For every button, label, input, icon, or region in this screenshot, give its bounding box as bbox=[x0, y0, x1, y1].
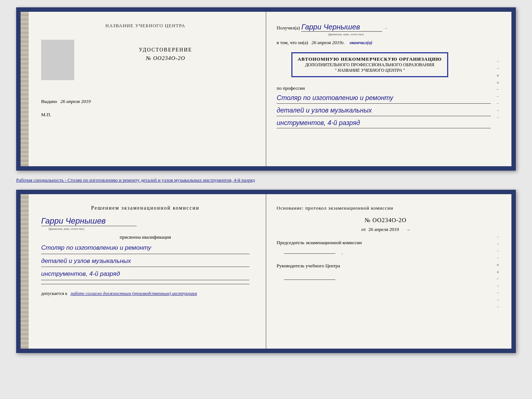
recipient-name-top: Гарри Чернышев bbox=[301, 23, 382, 32]
bottom-document-pair: Решением экзаменационной комиссии Гарри … bbox=[16, 190, 516, 353]
recipient-prefix: Получил(а) bbox=[277, 25, 300, 31]
protocol-date-line: от 26 апреля 2019 – bbox=[277, 227, 495, 232]
protocol-date-prefix: от bbox=[362, 227, 366, 232]
profession-line3: инструментов, 4-й разряд bbox=[277, 118, 491, 129]
issued-prefix: Выдано bbox=[41, 99, 57, 104]
finished-label: окончил(а) bbox=[349, 40, 372, 45]
spine-decoration-left bbox=[21, 12, 29, 166]
protocol-date: 26 апреля 2019 bbox=[369, 227, 399, 232]
access-prefix: допускается к bbox=[41, 291, 67, 296]
dash-separator: – bbox=[385, 26, 387, 30]
specialty-text: Рабочая специальность - Столяр по изгото… bbox=[16, 177, 255, 183]
specialty-bar: Рабочая специальность - Столяр по изгото… bbox=[16, 177, 516, 183]
chairman-sig-line bbox=[284, 253, 335, 254]
issued-line: Выдано 26 апреля 2019 bbox=[41, 99, 249, 104]
stamp-line1: АВТОНОМНУЮ НЕКОММЕРЧЕСКУЮ ОРГАНИЗАЦИЮ bbox=[298, 56, 442, 62]
profession-line1: Столяр по изготовлению и ремонту bbox=[277, 93, 491, 104]
qualification-label: присвоена квалификация bbox=[41, 234, 249, 240]
commission-title: Решением экзаменационной комиссии bbox=[41, 205, 249, 211]
basis-title: Основание: протокол экзаменационной коми… bbox=[277, 205, 495, 211]
bottom-right-page: Основание: протокол экзаменационной коми… bbox=[266, 194, 511, 349]
chairman-label: Председатель экзаменационной комиссии bbox=[277, 240, 495, 246]
person-name-bottom: Гарри Чернышев bbox=[41, 216, 137, 226]
qual-line1: Столяр по изготовлению и ремонту bbox=[41, 242, 249, 254]
stamp-container: АВТОНОМНУЮ НЕКОММЕРЧЕСКУЮ ОРГАНИЗАЦИЮ ДО… bbox=[277, 49, 491, 80]
bottom-left-content: Решением экзаменационной комиссии Гарри … bbox=[41, 205, 249, 296]
top-left-page: НАЗВАНИЕ УЧЕБНОГО ЦЕНТРА УДОСТОВЕРЕНИЕ №… bbox=[21, 12, 266, 166]
right-side-marks-top: – – и а ← – – – – bbox=[495, 23, 501, 155]
cert-label: УДОСТОВЕРЕНИЕ bbox=[82, 47, 249, 53]
profession-label: по профессии bbox=[277, 85, 491, 91]
stamp-line3: " НАЗВАНИЕ УЧЕБНОГО ЦЕНТРА " bbox=[298, 68, 442, 73]
access-text: работе согласно должностным (производств… bbox=[71, 291, 197, 296]
qual-line3: инструментов, 4-й разряд bbox=[41, 268, 249, 280]
right-side-marks-bottom: – – – – и а ← – – – – bbox=[495, 205, 501, 338]
qual-line2: деталей и узлов музыкальных bbox=[41, 256, 249, 267]
bottom-right-content: Основание: протокол экзаменационной коми… bbox=[277, 205, 495, 338]
profession-block: по профессии Столяр по изготовлению и ре… bbox=[277, 85, 491, 128]
tom-prefix: в том, что он(а) bbox=[277, 40, 308, 45]
head-label: Руководитель учебного Центра bbox=[277, 263, 495, 269]
profession-line2: деталей и узлов музыкальных bbox=[277, 105, 491, 116]
chairman-block: Председатель экзаменационной комиссии – bbox=[277, 240, 495, 256]
photo-placeholder bbox=[41, 40, 74, 80]
tom-line-block: в том, что он(а) 26 апреля 2019г. окончи… bbox=[277, 40, 491, 46]
top-left-content: НАЗВАНИЕ УЧЕБНОГО ЦЕНТРА УДОСТОВЕРЕНИЕ №… bbox=[41, 23, 249, 118]
spine-decoration-left-bottom bbox=[21, 194, 29, 349]
top-right-content: Получил(а) Гарри Чернышев – (фамилия, им… bbox=[277, 23, 495, 155]
tom-date: 26 апреля 2019г. bbox=[312, 40, 345, 45]
qualification-text: Столяр по изготовлению и ремонту деталей… bbox=[41, 242, 249, 280]
fio-hint-top: (фамилия, имя, отчество) bbox=[328, 32, 491, 36]
date-dash: – bbox=[407, 227, 410, 232]
fio-hint-bottom: (фамилия, имя, отчество) bbox=[48, 227, 249, 231]
top-document-pair: НАЗВАНИЕ УЧЕБНОГО ЦЕНТРА УДОСТОВЕРЕНИЕ №… bbox=[16, 7, 516, 171]
head-sig-line bbox=[284, 279, 335, 280]
recipient-block: Получил(а) Гарри Чернышев – (фамилия, им… bbox=[277, 23, 491, 36]
issued-date: 26 апреля 2019 bbox=[61, 99, 91, 104]
cert-number-top: № OO234O-2O bbox=[82, 55, 249, 61]
top-right-page: Получил(а) Гарри Чернышев – (фамилия, им… bbox=[266, 12, 511, 166]
bottom-left-page: Решением экзаменационной комиссии Гарри … bbox=[21, 194, 266, 349]
head-sig-area bbox=[280, 275, 495, 281]
chairman-sig-area: – bbox=[280, 252, 495, 256]
stamp-line2: ДОПОЛНИТЕЛЬНОГО ПРОФЕССИОНАЛЬНОГО ОБРАЗО… bbox=[298, 62, 442, 68]
mp-label: М.П. bbox=[41, 112, 249, 118]
protocol-number: № OO234O-2O bbox=[277, 217, 495, 224]
access-line: допускается к работе согласно должностны… bbox=[41, 291, 249, 296]
stamp-box: АВТОНОМНУЮ НЕКОММЕРЧЕСКУЮ ОРГАНИЗАЦИЮ ДО… bbox=[291, 52, 448, 77]
person-block-bottom: Гарри Чернышев (фамилия, имя, отчество) bbox=[41, 216, 249, 231]
head-block: Руководитель учебного Центра bbox=[277, 263, 495, 281]
org-name-top: НАЗВАНИЕ УЧЕБНОГО ЦЕНТРА bbox=[41, 23, 249, 29]
profession-text: Столяр по изготовлению и ремонту деталей… bbox=[277, 93, 491, 128]
